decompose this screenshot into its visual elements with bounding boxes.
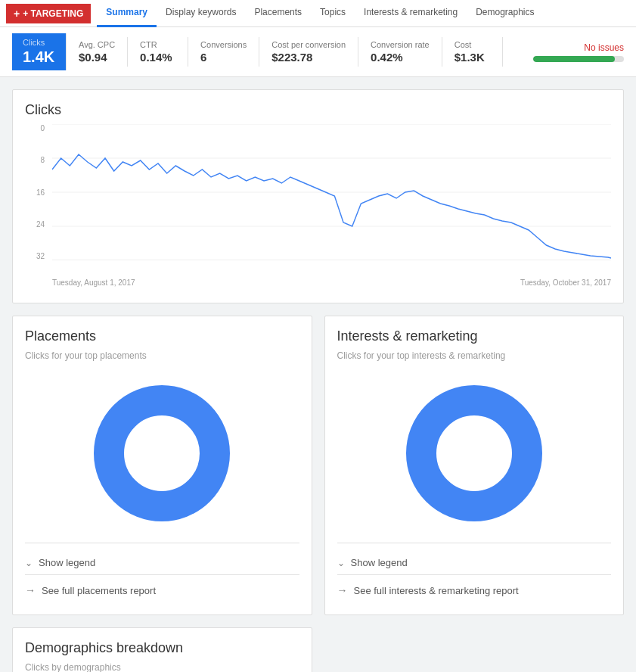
placements-card: Placements Clicks for your top placement… xyxy=(12,316,312,615)
placements-donut xyxy=(25,370,299,537)
stat-avg-cpc[interactable]: Avg. CPC $0.94 xyxy=(67,37,128,67)
interests-legend-label: Show legend xyxy=(351,557,408,568)
interests-report-link[interactable]: → See full interests & remarketing repor… xyxy=(337,578,612,602)
interests-donut-svg xyxy=(406,385,542,521)
health-bar-fill xyxy=(533,56,615,62)
svg-point-8 xyxy=(444,423,504,484)
interests-subtitle: Clicks for your top interests & remarket… xyxy=(337,350,612,361)
interests-title: Interests & remarketing xyxy=(337,328,612,344)
targeting-button[interactable]: + + TARGETING xyxy=(6,4,91,23)
tab-summary[interactable]: Summary xyxy=(97,0,157,27)
tab-interests[interactable]: Interests & remarketing xyxy=(355,0,467,27)
stat-cost-per-conversion[interactable]: Cost per conversion $223.78 xyxy=(259,37,358,67)
demographics-subtitle: Clicks by demographics xyxy=(25,662,299,672)
placements-legend-label: Show legend xyxy=(39,557,95,568)
stat-conversion-rate[interactable]: Conversion rate 0.42% xyxy=(358,37,442,67)
tab-topics[interactable]: Topics xyxy=(311,0,355,27)
interests-donut xyxy=(337,370,612,537)
two-col-section: Placements Clicks for your top placement… xyxy=(12,316,624,615)
stat-clicks[interactable]: Clicks 1.4K xyxy=(12,33,67,70)
chart-y-labels: 32 24 16 8 0 xyxy=(25,124,48,260)
demographics-title: Demographics breakdown xyxy=(25,640,299,656)
x-label-end: Tuesday, October 31, 2017 xyxy=(520,278,611,287)
chevron-down-icon: ⌄ xyxy=(337,558,345,568)
tab-display-keywords[interactable]: Display keywords xyxy=(157,0,245,27)
no-issues-label: No issues xyxy=(584,42,624,53)
targeting-label: + TARGETING xyxy=(23,8,83,19)
chart-svg xyxy=(52,124,611,275)
demographics-placeholder xyxy=(324,627,625,672)
stat-conversions[interactable]: Conversions 6 xyxy=(188,37,259,67)
demographics-card: Demographics breakdown Clicks by demogra… xyxy=(12,627,312,672)
y-label-8: 8 xyxy=(25,156,48,164)
tab-demographics[interactable]: Demographics xyxy=(467,0,543,27)
interests-report-label: See full interests & remarketing report xyxy=(354,585,519,596)
placements-legend-toggle[interactable]: ⌄ Show legend xyxy=(25,551,299,575)
no-issues-section: No issues xyxy=(533,42,624,62)
x-label-start: Tuesday, August 1, 2017 xyxy=(52,278,135,287)
clicks-chart-card: Clicks 32 24 16 8 0 xyxy=(12,89,624,303)
clicks-chart-title: Clicks xyxy=(25,102,611,118)
interests-card: Interests & remarketing Clicks for your … xyxy=(324,316,625,615)
health-bar xyxy=(533,56,624,62)
arrow-right-icon: → xyxy=(337,584,348,596)
placements-title: Placements xyxy=(25,328,299,344)
y-label-32: 32 xyxy=(25,252,48,260)
placements-footer: ⌄ Show legend → See full placements repo… xyxy=(25,543,299,602)
main-content: Clicks 32 24 16 8 0 xyxy=(0,77,636,672)
line-chart-svg xyxy=(52,124,611,260)
y-label-24: 24 xyxy=(25,220,48,229)
chevron-down-icon: ⌄ xyxy=(25,558,33,568)
svg-point-6 xyxy=(132,423,192,484)
arrow-right-icon: → xyxy=(25,584,36,596)
chart-x-labels: Tuesday, August 1, 2017 Tuesday, October… xyxy=(52,278,611,287)
interests-legend-toggle[interactable]: ⌄ Show legend xyxy=(337,551,612,575)
chart-container: 32 24 16 8 0 Tuesday, Augu xyxy=(25,124,611,291)
placements-report-link[interactable]: → See full placements report xyxy=(25,578,299,602)
y-label-0: 0 xyxy=(25,124,48,132)
placements-subtitle: Clicks for your top placements xyxy=(25,350,299,361)
plus-icon: + xyxy=(14,8,20,20)
demographics-section: Demographics breakdown Clicks by demogra… xyxy=(12,627,624,672)
stat-cost[interactable]: Cost $1.3K xyxy=(442,37,503,67)
tab-placements[interactable]: Placements xyxy=(245,0,311,27)
stat-ctr[interactable]: CTR 0.14% xyxy=(128,37,188,67)
interests-footer: ⌄ Show legend → See full interests & rem… xyxy=(337,543,612,602)
placements-donut-svg xyxy=(94,385,230,521)
placements-report-label: See full placements report xyxy=(42,585,156,596)
stats-bar: Clicks 1.4K Avg. CPC $0.94 CTR 0.14% Con… xyxy=(0,27,636,77)
y-label-16: 16 xyxy=(25,188,48,197)
top-nav: + + TARGETING Summary Display keywords P… xyxy=(0,0,636,27)
